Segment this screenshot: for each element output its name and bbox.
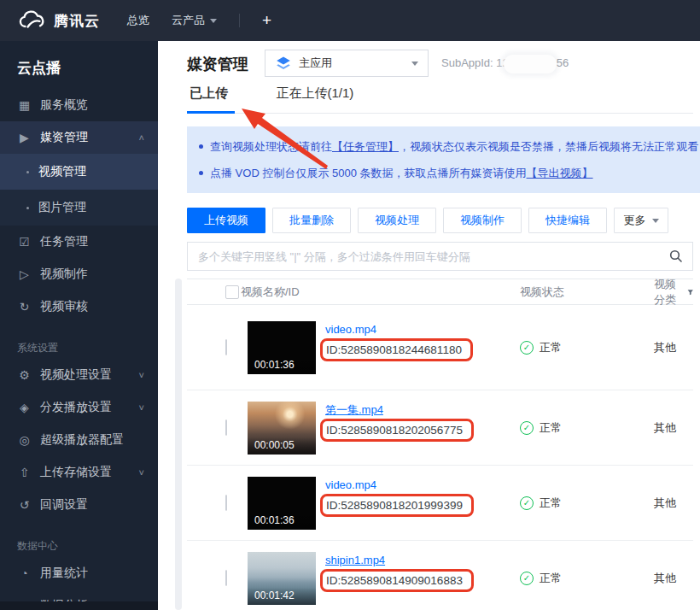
notice-link[interactable]: 【导出视频】: [527, 167, 593, 179]
nav-products[interactable]: 云产品: [172, 13, 217, 28]
toolbar-button[interactable]: 快捷编辑: [528, 208, 607, 233]
notice-text-post: ，视频状态仅表示视频是否禁播，禁播后视频将无法正常观看，生效时: [399, 140, 700, 153]
table-body: 00:01:36video.mp4ID:5285890818244681180✓…: [187, 305, 693, 610]
status-ok-icon: ✓: [520, 572, 534, 585]
add-tab-button[interactable]: +: [262, 11, 271, 30]
distribution-play-icon: ◈: [17, 401, 32, 414]
tab-uploaded[interactable]: 已上传: [190, 85, 228, 102]
sidebar-subitem[interactable]: 视频管理: [0, 154, 158, 190]
video-category: 其他: [654, 496, 676, 511]
sidebar-item[interactable]: ▦服务概览: [0, 89, 158, 121]
toolbar-button[interactable]: 视频处理: [358, 208, 436, 233]
table-row: 00:00:05第一集.mp4ID:5285890818202056775✓正常…: [187, 390, 693, 466]
sidebar-item[interactable]: ↻视频审核: [0, 290, 158, 323]
toolbar-button[interactable]: 批量删除: [272, 208, 351, 233]
select-all-checkbox[interactable]: [225, 285, 239, 299]
video-status-cell: ✓正常: [520, 420, 562, 436]
sidebar-item[interactable]: ◈分发播放设置˅: [0, 391, 158, 424]
video-name-link[interactable]: shipin1.mp4: [325, 553, 385, 567]
active-tab-underline: [187, 111, 235, 114]
table-header: 视频名称/ID 视频状态 视频分类: [187, 279, 693, 305]
app-selector-dropdown[interactable]: 主应用: [265, 50, 429, 77]
upload-storage-icon: ⇧: [17, 466, 32, 479]
tab-bar: 已上传 正在上传(1/1): [187, 85, 693, 114]
video-produce-play-icon: ▷: [17, 267, 32, 281]
video-thumbnail[interactable]: 00:01:36: [248, 321, 316, 374]
sidebar-subitem[interactable]: 图片管理: [0, 190, 158, 226]
sidebar: 云点播 ▦服务概览▶媒资管理˄视频管理图片管理☑任务管理▷视频制作↻视频审核系统…: [0, 41, 158, 610]
sidebar-item[interactable]: ◔用量统计: [0, 557, 158, 589]
annotation-id-box: ID:5285890818201999399: [320, 494, 474, 517]
nav-overview[interactable]: 总览: [127, 13, 149, 28]
app-selector-value: 主应用: [299, 56, 332, 71]
search-box: [187, 242, 693, 271]
sidebar-item[interactable]: ◎超级播放器配置: [0, 424, 158, 456]
video-category: 其他: [654, 571, 676, 586]
row-checkbox[interactable]: [225, 339, 227, 355]
annotation-id-box: ID:5285890818202056775: [320, 419, 474, 442]
video-duration: 00:01:36: [254, 359, 295, 371]
chevron-up-icon: ˄: [139, 132, 144, 143]
sidebar-item-label: 视频处理设置: [40, 367, 112, 383]
sidebar-item[interactable]: ▶媒资管理˄: [0, 121, 158, 154]
sidebar-item-label: 用量统计: [40, 566, 88, 581]
sidebar-item-label: 分发播放设置: [40, 400, 112, 415]
video-duration: 00:01:36: [254, 514, 295, 526]
video-thumbnail[interactable]: 00:01:42: [248, 552, 316, 605]
row-checkbox[interactable]: [225, 570, 227, 586]
video-process-settings-icon: ⚙: [17, 368, 32, 382]
callback-settings-icon: ↺: [17, 498, 32, 512]
notice-text-pre: 点播 VOD 控制台仅展示 5000 条数据，获取点播所有媒资请使用: [210, 167, 527, 179]
sidebar-subitem-label: 图片管理: [38, 200, 86, 215]
notice-text: 点播 VOD 控制台仅展示 5000 条数据，获取点播所有媒资请使用【导出视频】: [210, 166, 593, 181]
sidebar-menu: ▦服务概览▶媒资管理˄视频管理图片管理☑任务管理▷视频制作↻视频审核系统设置⚙视…: [0, 89, 158, 610]
top-navigation: 总览 云产品 +: [127, 11, 271, 30]
sidebar-item-label: 超级播放器配置: [40, 432, 124, 448]
row-checkbox-cell: [225, 340, 227, 355]
media-video-icon: ▶: [17, 131, 32, 144]
video-thumbnail[interactable]: 00:00:05: [248, 402, 316, 455]
notice-link[interactable]: 【任务管理】: [332, 140, 399, 153]
sidebar-item[interactable]: ☑任务管理: [0, 226, 158, 258]
chevron-down-icon: [652, 219, 659, 223]
review-cycle-icon: ↻: [17, 300, 32, 314]
video-status-cell: ✓正常: [520, 340, 562, 355]
video-name-link[interactable]: video.mp4: [325, 478, 376, 492]
video-info-cell: shipin1.mp4ID:5285890814909016883: [325, 552, 474, 592]
sidebar-item[interactable]: ⚙视频处理设置˅: [0, 359, 158, 391]
notice-text-pre: 查询视频处理状态请前往: [210, 140, 332, 153]
video-thumbnail[interactable]: 00:01:36: [248, 477, 316, 530]
sidebar-item-label: 视频制作: [40, 267, 88, 282]
tab-uploading[interactable]: 正在上传(1/1): [276, 85, 353, 102]
status-text: 正常: [540, 571, 562, 586]
toolbar-button[interactable]: 视频制作: [443, 208, 522, 233]
sidebar-subitem-label: 视频管理: [38, 164, 86, 179]
video-info-cell: video.mp4ID:5285890818201999399: [325, 477, 474, 517]
video-name-link[interactable]: 第一集.mp4: [325, 402, 383, 417]
upload-video-button[interactable]: 上传视频: [187, 208, 265, 233]
video-id: ID:5285890818201999399: [326, 499, 463, 512]
chevron-down-icon: [411, 62, 418, 66]
search-input[interactable]: [187, 242, 693, 271]
sidebar-item-label: 服务概览: [40, 97, 88, 113]
sidebar-item[interactable]: ↺回调设置: [0, 489, 158, 521]
tencent-cloud-logo-icon: [17, 10, 46, 31]
bullet-dot-icon: [199, 171, 203, 175]
chevron-down-icon: ˅: [139, 467, 144, 478]
sidebar-item[interactable]: ▷视频制作: [0, 258, 158, 290]
video-duration: 00:00:05: [254, 439, 295, 451]
annotation-id-box: ID:5285890814909016883: [320, 569, 474, 592]
video-name-link[interactable]: video.mp4: [325, 322, 376, 337]
row-checkbox[interactable]: [225, 495, 227, 511]
filter-funnel-icon[interactable]: [687, 287, 694, 297]
chevron-down-icon: ˅: [139, 402, 144, 413]
more-button[interactable]: 更多: [614, 208, 668, 233]
layers-icon: [276, 56, 291, 70]
status-text: 正常: [540, 420, 562, 436]
sidebar-item[interactable]: ⇧上传存储设置˅: [0, 456, 158, 489]
scrollbar-track[interactable]: [175, 279, 182, 610]
row-checkbox[interactable]: [225, 419, 227, 436]
search-icon[interactable]: [669, 249, 683, 263]
brand-logo[interactable]: 腾讯云: [17, 10, 100, 31]
column-status: 视频状态: [520, 284, 564, 300]
